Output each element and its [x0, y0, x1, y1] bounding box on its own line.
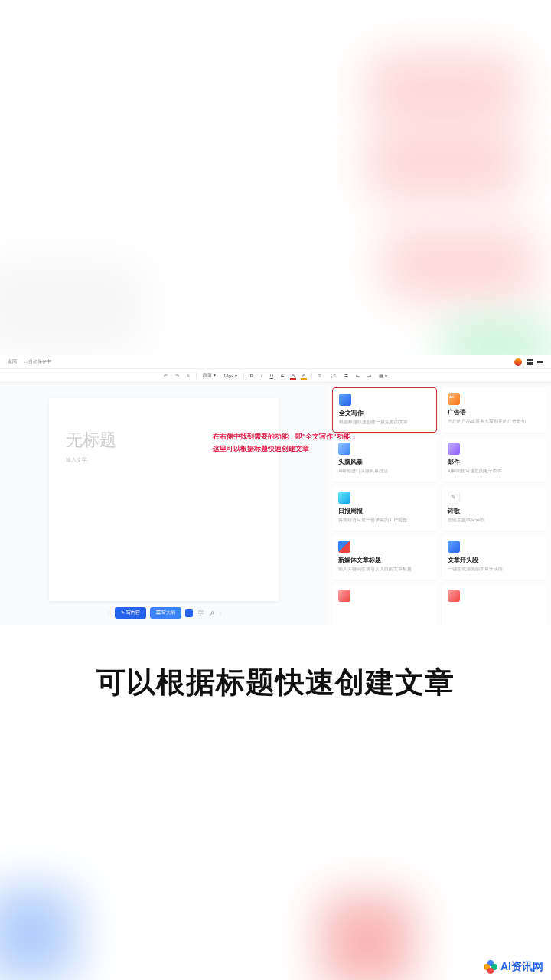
card-desc: AI帮你进行头脑风暴想法: [338, 469, 431, 475]
underline-button[interactable]: U: [269, 373, 275, 379]
template-card[interactable]: 诗歌按照主题书写诗歌: [442, 486, 546, 531]
undo-button[interactable]: ↶: [162, 372, 169, 379]
autosave-status: ⌂ 自动保存中: [24, 358, 51, 365]
card-desc: 一键生成漂亮的文章开头段: [448, 567, 540, 573]
template-card[interactable]: 广告语为您的产品或服务大写创意的广告金句: [442, 387, 546, 433]
card-title: 头脑风暴: [338, 458, 431, 466]
bg-blur: [383, 230, 536, 299]
card-desc: 为您的产品或服务大写创意的广告金句: [448, 419, 540, 425]
card-desc: 将简短语写成一份详实的工作报告: [338, 518, 431, 524]
word-count-button[interactable]: 字: [197, 609, 205, 617]
card-desc: 根据标题快速创建一篇完整的文章: [339, 420, 430, 426]
card-icon: [448, 492, 460, 504]
card-title: 文章开头段: [448, 556, 540, 564]
card-title: 全文写作: [339, 409, 430, 417]
card-icon: [339, 394, 351, 406]
back-button[interactable]: 返回: [8, 358, 17, 365]
card-desc: 输入关键词生成引人入胜的文章标题: [338, 567, 431, 573]
template-card[interactable]: 文章开头段一键生成漂亮的文章开头段: [442, 535, 546, 580]
card-icon: [338, 541, 350, 553]
bg-blur: [0, 888, 77, 980]
card-icon: [338, 590, 350, 602]
font-button[interactable]: A: [209, 610, 216, 616]
card-title: 日报周报: [338, 507, 431, 515]
editor-toolbar: ↶ ↷ ⎘ 段落 ▾ 14px ▾ B I U S A A ≡ ⋮≡ ≔ ⇤ ⇥…: [0, 369, 551, 383]
fontsize-select[interactable]: 14px ▾: [222, 372, 239, 379]
app-window: 返回 ⌂ 自动保存中 ↶ ↷ ⎘ 段落 ▾ 14px ▾ B I U S A A…: [0, 355, 551, 625]
workspace: 无标题 输入文字 ⋮ ✎ 写内容 ☰ 写大纲 字 A › 全文写作根据标题快速创…: [0, 383, 551, 625]
card-icon: [448, 541, 460, 553]
ai-write-content-button[interactable]: ✎ 写内容: [115, 607, 146, 619]
avatar[interactable]: [514, 358, 522, 366]
template-card[interactable]: 全文写作根据标题快速创建一篇完整的文章: [332, 387, 437, 433]
annotation-line1: 在右侧中找到需要的功能，即"全文写作"功能，: [213, 432, 357, 442]
template-card[interactable]: 新媒体文章标题输入关键词生成引人入胜的文章标题: [332, 535, 437, 580]
annotation-line2: 这里可以根据标题快速创建文章: [213, 444, 309, 454]
bold-button[interactable]: B: [249, 373, 255, 379]
watermark-text: AI资讯网: [500, 960, 543, 974]
strike-button[interactable]: S: [279, 373, 285, 379]
card-icon: [448, 443, 460, 455]
format-painter-button[interactable]: ⎘: [185, 373, 191, 379]
watermark: AI资讯网: [484, 960, 543, 974]
template-card[interactable]: 头脑风暴AI帮你进行头脑风暴想法: [332, 437, 437, 482]
bullet-list-button[interactable]: ⋮≡: [328, 372, 338, 379]
number-list-button[interactable]: ≔: [342, 372, 350, 379]
bottom-toolbar: ⋮ ✎ 写内容 ☰ 写大纲 字 A ›: [106, 607, 221, 619]
card-icon: [338, 443, 350, 455]
template-card[interactable]: 日报周报将简短语写成一份详实的工作报告: [332, 486, 437, 531]
card-title: 广告语: [448, 408, 540, 416]
minimize-icon[interactable]: [537, 361, 543, 363]
card-title: 邮件: [448, 458, 540, 466]
highlight-color-button[interactable]: A: [301, 372, 307, 380]
card-icon: [448, 590, 460, 602]
table-button[interactable]: ▦ ▾: [377, 372, 389, 379]
topbar: 返回 ⌂ 自动保存中: [0, 355, 551, 369]
redo-button[interactable]: ↷: [174, 372, 181, 379]
template-card[interactable]: [442, 584, 546, 625]
bg-blur: [0, 260, 145, 352]
text-color-button[interactable]: A: [290, 372, 296, 380]
square-button[interactable]: [185, 609, 193, 617]
outdent-button[interactable]: ⇤: [354, 372, 361, 379]
ai-write-outline-button[interactable]: ☰ 写大纲: [150, 607, 182, 619]
card-desc: AI帮助您写规范的电子邮件: [448, 469, 540, 475]
card-title: 诗歌: [448, 507, 540, 515]
bg-blur: [367, 130, 520, 199]
document-canvas[interactable]: 无标题 输入文字: [49, 398, 279, 601]
bg-blur: [321, 896, 413, 980]
indent-button[interactable]: ⇥: [366, 372, 373, 379]
card-desc: 按照主题书写诗歌: [448, 518, 540, 524]
bg-blur: [367, 54, 520, 122]
video-caption: 可以根据标题快速创建文章: [0, 663, 551, 702]
card-icon: [338, 492, 350, 504]
card-title: 新媒体文章标题: [338, 556, 431, 564]
card-icon: [448, 393, 460, 405]
paragraph-select[interactable]: 段落 ▾: [201, 371, 217, 380]
apps-icon[interactable]: [527, 359, 533, 365]
ai-templates-panel: 全文写作根据标题快速创建一篇完整的文章广告语为您的产品或服务大写创意的广告金句头…: [328, 383, 551, 625]
template-card[interactable]: [332, 584, 437, 625]
template-card[interactable]: 邮件AI帮助您写规范的电子邮件: [442, 437, 546, 482]
document-area: 无标题 输入文字 ⋮ ✎ 写内容 ☰ 写大纲 字 A ›: [0, 383, 328, 625]
italic-button[interactable]: I: [259, 373, 264, 379]
chevron-right-icon[interactable]: ›: [220, 611, 221, 616]
watermark-icon: [484, 960, 497, 974]
align-button[interactable]: ≡: [317, 373, 323, 379]
body-input[interactable]: 输入文字: [66, 456, 262, 464]
